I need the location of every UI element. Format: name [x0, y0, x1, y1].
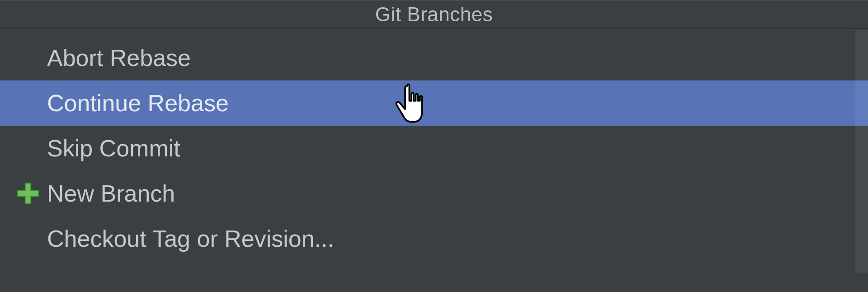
menu-item-abort-rebase[interactable]: Abort Rebase: [0, 35, 868, 80]
menu-item-label: Checkout Tag or Revision...: [47, 225, 334, 252]
menu-item-continue-rebase[interactable]: Continue Rebase: [0, 80, 868, 126]
menu-item-label: Skip Commit: [47, 135, 180, 162]
svg-rect-3: [18, 191, 38, 196]
menu-item-label: New Branch: [47, 180, 175, 207]
menu-item-new-branch[interactable]: New Branch: [0, 171, 868, 216]
scrollbar-vertical[interactable]: [855, 30, 868, 273]
branches-menu-list: Abort Rebase Continue Rebase Skip Commit…: [0, 29, 868, 261]
menu-item-label: Abort Rebase: [47, 44, 191, 71]
plus-icon: [15, 181, 41, 206]
menu-item-label: Continue Rebase: [47, 89, 229, 117]
menu-item-skip-commit[interactable]: Skip Commit: [0, 126, 868, 171]
git-branches-popup: Git Branches Abort Rebase Continue Rebas…: [0, 0, 868, 292]
menu-item-checkout-tag-or-revision[interactable]: Checkout Tag or Revision...: [0, 216, 868, 261]
popup-title: Git Branches: [0, 0, 868, 29]
